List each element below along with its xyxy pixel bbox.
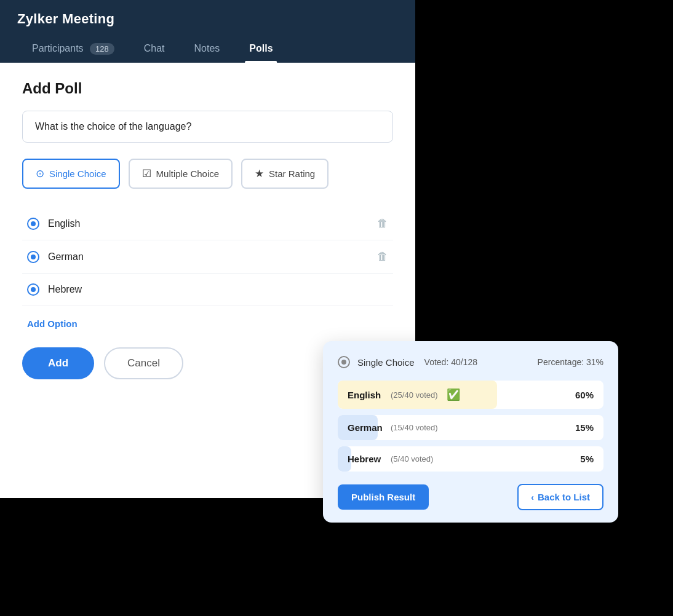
- results-type-label: Single Choice: [357, 357, 415, 368]
- add-option-button[interactable]: Add Option: [22, 312, 393, 335]
- option-row-german: German 🗑: [22, 240, 393, 274]
- result-bar-hebrew: Hebrew (5/40 voted) 5%: [338, 446, 603, 472]
- option-row-hebrew: Hebrew: [22, 274, 393, 306]
- options-list: English 🗑 German 🗑 Hebrew: [22, 207, 393, 306]
- tab-participants[interactable]: Participants 128: [17, 37, 129, 63]
- multiple-choice-label: Multiple Choice: [156, 168, 220, 179]
- multiple-choice-button[interactable]: ☑ Multiple Choice: [129, 159, 233, 189]
- header: Zylker Meeting Participants 128 Chat Not…: [0, 0, 415, 63]
- result-bar-german: German (15/40 voted) 15%: [338, 415, 603, 440]
- result-content-german: German (15/40 voted) 15%: [348, 422, 594, 433]
- result-check-english: ✅: [447, 388, 460, 401]
- publish-result-button[interactable]: Publish Result: [338, 484, 429, 510]
- back-to-list-label: Back to List: [538, 492, 590, 502]
- result-lang-german: German: [348, 422, 384, 433]
- option-label-german: German: [48, 251, 368, 263]
- tab-participants-label: Participants: [32, 43, 84, 53]
- result-count-english: (25/40 voted): [391, 390, 438, 400]
- back-chevron-icon: ‹: [531, 492, 534, 502]
- tab-polls[interactable]: Polls: [234, 37, 287, 63]
- results-footer: Publish Result ‹ Back to List: [338, 484, 603, 510]
- result-count-hebrew: (5/40 voted): [391, 454, 433, 464]
- option-row-english: English 🗑: [22, 207, 393, 240]
- result-lang-hebrew: Hebrew: [348, 454, 384, 464]
- result-count-german: (15/40 voted): [391, 423, 438, 432]
- results-header: Single Choice Voted: 40/128 Percentage: …: [338, 356, 603, 368]
- meeting-title: Zylker Meeting: [17, 11, 398, 27]
- radio-icon-german: [27, 251, 39, 263]
- tabs-bar: Participants 128 Chat Notes Polls: [17, 37, 398, 63]
- option-label-english: English: [48, 218, 368, 229]
- cancel-poll-button[interactable]: Cancel: [104, 347, 183, 379]
- result-pct-hebrew: 5%: [580, 454, 594, 464]
- option-label-hebrew: Hebrew: [48, 284, 388, 295]
- result-lang-english: English: [348, 390, 384, 400]
- tab-polls-label: Polls: [249, 43, 273, 53]
- star-rating-label: Star Rating: [269, 168, 315, 179]
- tab-notes-label: Notes: [194, 43, 220, 53]
- result-content-hebrew: Hebrew (5/40 voted) 5%: [348, 454, 594, 464]
- result-pct-english: 60%: [575, 390, 594, 400]
- add-poll-button[interactable]: Add: [22, 347, 94, 379]
- result-content-english: English (25/40 voted) ✅ 60%: [348, 388, 594, 401]
- single-choice-button[interactable]: ⊙ Single Choice: [22, 159, 120, 189]
- back-to-list-button[interactable]: ‹ Back to List: [517, 484, 603, 510]
- results-panel: Single Choice Voted: 40/128 Percentage: …: [323, 341, 618, 523]
- results-radio-icon: [338, 356, 350, 368]
- single-choice-icon: ⊙: [36, 167, 44, 180]
- single-choice-label: Single Choice: [49, 168, 106, 179]
- delete-german-button[interactable]: 🗑: [377, 250, 388, 263]
- add-poll-title: Add Poll: [22, 80, 393, 97]
- type-buttons-group: ⊙ Single Choice ☑ Multiple Choice ★ Star…: [22, 159, 393, 189]
- question-input[interactable]: [22, 111, 393, 143]
- results-percentage-label: Percentage: 31%: [538, 357, 603, 367]
- multiple-choice-icon: ☑: [142, 167, 151, 180]
- results-voted-label: Voted: 40/128: [424, 357, 477, 367]
- tab-chat-label: Chat: [144, 43, 165, 53]
- star-rating-icon: ★: [255, 167, 264, 180]
- tab-notes[interactable]: Notes: [180, 37, 235, 63]
- result-pct-german: 15%: [575, 422, 594, 433]
- result-bars: English (25/40 voted) ✅ 60% German (15/4…: [338, 381, 603, 472]
- radio-icon-hebrew: [27, 283, 39, 296]
- result-bar-english: English (25/40 voted) ✅ 60%: [338, 381, 603, 409]
- star-rating-button[interactable]: ★ Star Rating: [241, 159, 329, 189]
- tab-chat[interactable]: Chat: [129, 37, 180, 63]
- participants-badge: 128: [90, 43, 114, 55]
- delete-english-button[interactable]: 🗑: [377, 217, 388, 230]
- radio-icon-english: [27, 218, 39, 230]
